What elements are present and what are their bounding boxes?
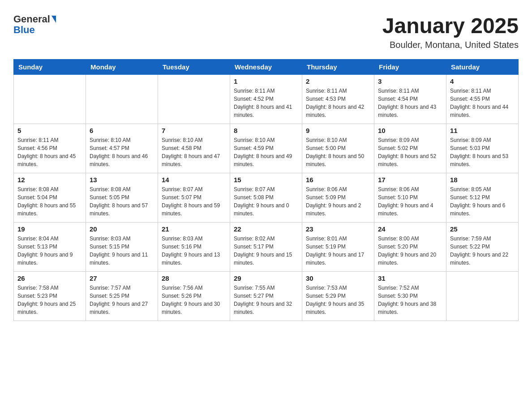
day-number: 14 [162,176,226,184]
day-info: Sunrise: 8:06 AMSunset: 5:10 PMDaylight:… [378,185,442,218]
day-number: 30 [306,274,370,282]
calendar-cell: 3Sunrise: 8:11 AMSunset: 4:54 PMDaylight… [374,75,446,124]
title-block: January 2025 Boulder, Montana, United St… [382,13,519,50]
day-info: Sunrise: 8:06 AMSunset: 5:09 PMDaylight:… [306,185,370,218]
logo: General Blue [13,13,56,36]
day-info: Sunrise: 7:57 AMSunset: 5:25 PMDaylight:… [90,284,154,316]
day-number: 1 [234,77,298,85]
day-info: Sunrise: 8:01 AMSunset: 5:19 PMDaylight:… [306,235,370,267]
day-info: Sunrise: 8:11 AMSunset: 4:52 PMDaylight:… [234,87,298,119]
day-number: 15 [234,176,298,184]
day-header-friday: Friday [374,60,446,75]
calendar-cell: 17Sunrise: 8:06 AMSunset: 5:10 PMDayligh… [374,173,446,223]
calendar-cell [446,272,519,321]
calendar-cell: 22Sunrise: 8:02 AMSunset: 5:17 PMDayligh… [230,223,302,272]
day-number: 3 [378,77,442,85]
day-number: 26 [17,274,82,282]
month-title: January 2025 [382,13,519,38]
day-number: 5 [17,127,82,134]
calendar-week-row: 26Sunrise: 7:58 AMSunset: 5:23 PMDayligh… [14,272,519,321]
day-info: Sunrise: 8:05 AMSunset: 5:12 PMDaylight:… [450,185,515,218]
day-number: 9 [306,127,370,134]
day-info: Sunrise: 8:11 AMSunset: 4:55 PMDaylight:… [450,87,515,119]
calendar-week-row: 12Sunrise: 8:08 AMSunset: 5:04 PMDayligh… [14,173,519,223]
day-number: 27 [90,274,154,282]
calendar-week-row: 19Sunrise: 8:04 AMSunset: 5:13 PMDayligh… [14,223,519,272]
day-info: Sunrise: 8:11 AMSunset: 4:54 PMDaylight:… [378,87,442,119]
logo-blue-text: Blue [13,24,35,36]
day-info: Sunrise: 8:04 AMSunset: 5:13 PMDaylight:… [17,235,82,267]
day-number: 16 [306,176,370,184]
day-info: Sunrise: 8:00 AMSunset: 5:20 PMDaylight:… [378,235,442,267]
calendar-cell: 15Sunrise: 8:07 AMSunset: 5:08 PMDayligh… [230,173,302,223]
calendar-cell: 20Sunrise: 8:03 AMSunset: 5:15 PMDayligh… [86,223,158,272]
calendar-cell: 10Sunrise: 8:09 AMSunset: 5:02 PMDayligh… [374,124,446,173]
day-number: 6 [90,127,154,134]
calendar-cell: 8Sunrise: 8:10 AMSunset: 4:59 PMDaylight… [230,124,302,173]
calendar-cell: 21Sunrise: 8:03 AMSunset: 5:16 PMDayligh… [158,223,230,272]
day-header-thursday: Thursday [302,60,374,75]
day-info: Sunrise: 8:08 AMSunset: 5:04 PMDaylight:… [17,185,82,218]
calendar-cell: 26Sunrise: 7:58 AMSunset: 5:23 PMDayligh… [14,272,86,321]
day-number: 22 [234,225,298,233]
day-number: 24 [378,225,442,233]
day-number: 23 [306,225,370,233]
calendar-cell: 25Sunrise: 7:59 AMSunset: 5:22 PMDayligh… [446,223,519,272]
day-header-sunday: Sunday [14,60,86,75]
day-number: 4 [450,77,515,85]
day-number: 25 [450,225,515,233]
day-info: Sunrise: 8:09 AMSunset: 5:02 PMDaylight:… [378,136,442,168]
day-header-wednesday: Wednesday [230,60,302,75]
day-info: Sunrise: 7:55 AMSunset: 5:27 PMDaylight:… [234,284,298,316]
calendar-cell [158,75,230,124]
day-number: 17 [378,176,442,184]
calendar-table: SundayMondayTuesdayWednesdayThursdayFrid… [13,59,519,321]
calendar-week-row: 5Sunrise: 8:11 AMSunset: 4:56 PMDaylight… [14,124,519,173]
day-info: Sunrise: 7:53 AMSunset: 5:29 PMDaylight:… [306,284,370,316]
day-number: 31 [378,274,442,282]
day-number: 13 [90,176,154,184]
day-number: 7 [162,127,226,134]
calendar-cell: 24Sunrise: 8:00 AMSunset: 5:20 PMDayligh… [374,223,446,272]
day-number: 20 [90,225,154,233]
logo-arrow-icon [51,16,56,23]
day-number: 19 [17,225,82,233]
calendar-week-row: 1Sunrise: 8:11 AMSunset: 4:52 PMDaylight… [14,75,519,124]
day-info: Sunrise: 8:10 AMSunset: 4:59 PMDaylight:… [234,136,298,168]
calendar-cell: 2Sunrise: 8:11 AMSunset: 4:53 PMDaylight… [302,75,374,124]
day-number: 12 [17,176,82,184]
calendar-cell: 27Sunrise: 7:57 AMSunset: 5:25 PMDayligh… [86,272,158,321]
calendar-header-row: SundayMondayTuesdayWednesdayThursdayFrid… [14,60,519,75]
day-number: 2 [306,77,370,85]
day-info: Sunrise: 8:02 AMSunset: 5:17 PMDaylight:… [234,235,298,267]
calendar-cell: 29Sunrise: 7:55 AMSunset: 5:27 PMDayligh… [230,272,302,321]
calendar-cell: 13Sunrise: 8:08 AMSunset: 5:05 PMDayligh… [86,173,158,223]
day-info: Sunrise: 8:10 AMSunset: 5:00 PMDaylight:… [306,136,370,168]
calendar-cell: 28Sunrise: 7:56 AMSunset: 5:26 PMDayligh… [158,272,230,321]
day-number: 18 [450,176,515,184]
calendar-cell: 18Sunrise: 8:05 AMSunset: 5:12 PMDayligh… [446,173,519,223]
day-number: 11 [450,127,515,134]
day-header-tuesday: Tuesday [158,60,230,75]
day-number: 21 [162,225,226,233]
calendar-cell: 5Sunrise: 8:11 AMSunset: 4:56 PMDaylight… [14,124,86,173]
day-info: Sunrise: 8:03 AMSunset: 5:15 PMDaylight:… [90,235,154,267]
calendar-cell: 1Sunrise: 8:11 AMSunset: 4:52 PMDaylight… [230,75,302,124]
calendar-cell: 7Sunrise: 8:10 AMSunset: 4:58 PMDaylight… [158,124,230,173]
calendar-cell: 11Sunrise: 8:09 AMSunset: 5:03 PMDayligh… [446,124,519,173]
day-number: 10 [378,127,442,134]
calendar-cell: 14Sunrise: 8:07 AMSunset: 5:07 PMDayligh… [158,173,230,223]
day-info: Sunrise: 8:11 AMSunset: 4:56 PMDaylight:… [17,136,82,168]
day-number: 8 [234,127,298,134]
location-text: Boulder, Montana, United States [382,40,519,50]
calendar-cell: 16Sunrise: 8:06 AMSunset: 5:09 PMDayligh… [302,173,374,223]
day-info: Sunrise: 7:52 AMSunset: 5:30 PMDaylight:… [378,284,442,316]
page-header: General Blue January 2025 Boulder, Monta… [13,13,519,50]
logo-general-text: General [13,13,50,25]
calendar-cell [14,75,86,124]
calendar-cell: 12Sunrise: 8:08 AMSunset: 5:04 PMDayligh… [14,173,86,223]
calendar-cell: 19Sunrise: 8:04 AMSunset: 5:13 PMDayligh… [14,223,86,272]
day-number: 29 [234,274,298,282]
day-info: Sunrise: 8:07 AMSunset: 5:08 PMDaylight:… [234,185,298,218]
day-info: Sunrise: 8:03 AMSunset: 5:16 PMDaylight:… [162,235,226,267]
